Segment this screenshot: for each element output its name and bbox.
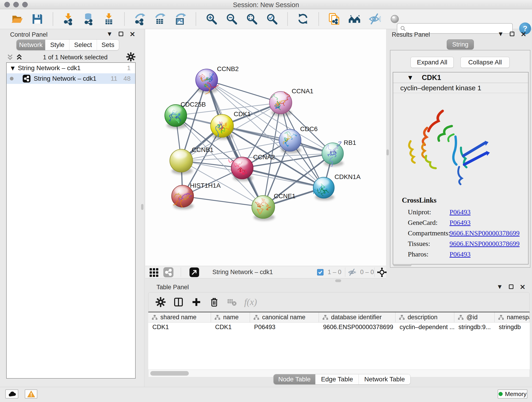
edge-CCNA1-CCNB2[interactable] <box>207 80 281 103</box>
tab-select[interactable]: Select <box>70 40 97 50</box>
network-options-gear-icon[interactable] <box>126 52 136 63</box>
toolbar-separator <box>53 12 53 26</box>
table-options-gear-icon[interactable] <box>155 296 166 308</box>
network-node-CDC25B[interactable] <box>165 104 187 129</box>
column-header-name[interactable]: name <box>211 313 250 322</box>
network-canvas[interactable]: CCNB2CCNA1CDC25BCDK1CDC6RB1CCNB1CCNA2CDK… <box>145 29 386 266</box>
panel-float-icon[interactable] <box>509 31 515 37</box>
table-cell[interactable]: 9606.ENSP00000378699 <box>319 324 395 331</box>
column-label: shared name <box>160 314 196 321</box>
gene-expand-icon[interactable]: ▼ <box>408 75 412 80</box>
network-node-CCNB2[interactable] <box>196 69 219 94</box>
zoom-fit-icon[interactable] <box>245 12 259 26</box>
tab-node-table[interactable]: Node Table <box>273 374 316 384</box>
cloud-status-button[interactable] <box>5 389 18 399</box>
column-header-canonical-name[interactable]: canonical name <box>250 313 319 322</box>
crosslink-label: GeneCard: <box>408 219 450 226</box>
export-image-icon[interactable] <box>174 12 187 26</box>
network-share-icon[interactable] <box>163 266 173 278</box>
table-cell[interactable]: P06493 <box>250 324 319 331</box>
crosslink-label: Pharos: <box>408 250 450 258</box>
column-header-shared-name[interactable]: shared name <box>148 313 211 322</box>
open-session-icon[interactable] <box>11 12 24 26</box>
memory-status-dot <box>499 392 503 396</box>
save-session-icon[interactable] <box>31 12 44 26</box>
table-cell[interactable]: stringdb <box>495 324 530 331</box>
network-node-RB1[interactable] <box>322 142 343 166</box>
network-node-CCNB1[interactable] <box>170 149 193 174</box>
crosslink-link-genecard[interactable]: P06493 <box>450 219 471 226</box>
tab-edge-table[interactable]: Edge Table <box>316 374 359 384</box>
table-cell[interactable]: cyclin–dependent ... <box>395 324 454 331</box>
column-header-@id[interactable]: @id <box>454 313 495 322</box>
collapse-all-chevron-icon[interactable] <box>6 53 14 61</box>
column-header-description[interactable]: description <box>395 313 454 322</box>
first-neighbors-icon[interactable] <box>348 12 361 26</box>
table-cell[interactable]: CDK1 <box>148 324 211 331</box>
column-header-namespace[interactable]: namespace <box>495 313 530 322</box>
right-split-handle[interactable] <box>386 149 389 155</box>
network-node-CCNA1[interactable] <box>269 91 292 116</box>
expand-all-chevron-icon[interactable] <box>15 53 23 61</box>
tab-network[interactable]: Network <box>17 40 45 50</box>
column-header-database-identifier[interactable]: database identifier <box>319 313 395 322</box>
clone-network-icon[interactable] <box>328 12 341 26</box>
crosslink-link-uniprot[interactable]: P06493 <box>450 208 471 216</box>
memory-button[interactable]: Memory <box>498 389 527 399</box>
table-cell[interactable]: CDK1 <box>211 324 250 331</box>
tab-network-table[interactable]: Network Table <box>359 374 410 384</box>
tab-sets[interactable]: Sets <box>97 40 119 50</box>
crosslink-link-tissues[interactable]: 9606.ENSP00000378699 <box>450 240 520 248</box>
edge-CCNE1-HIST1H1A[interactable] <box>183 196 263 207</box>
warning-status-button[interactable] <box>25 389 37 399</box>
network-node-CDKN1A[interactable] <box>313 177 334 200</box>
hide-selected-eye-icon[interactable] <box>368 12 381 26</box>
scrollbar-thumb[interactable] <box>150 371 189 376</box>
results-scrollbar-thumb[interactable] <box>393 264 412 266</box>
crosslink-link-pharos[interactable]: P06493 <box>450 250 471 258</box>
tree-expand-icon[interactable]: ▼ <box>11 65 15 71</box>
panel-close-icon[interactable]: × <box>519 283 526 290</box>
node-label-CDK1: CDK1 <box>234 110 251 118</box>
selected-checkbox-icon[interactable] <box>317 266 323 278</box>
hidden-eye-slash-icon[interactable] <box>348 266 356 278</box>
show-columns-icon[interactable] <box>173 296 184 308</box>
network-node-CCNE1[interactable] <box>252 196 275 221</box>
export-table-icon[interactable] <box>153 12 167 26</box>
gene-header[interactable]: ▼ CDK1 <box>393 72 528 83</box>
fit-content-crosshair-icon[interactable] <box>377 266 387 278</box>
delete-column-trash-icon[interactable] <box>209 296 220 308</box>
network-node-CDK1[interactable] <box>210 114 234 140</box>
tab-style[interactable]: Style <box>45 40 70 50</box>
bottom-split-handle[interactable] <box>335 279 341 282</box>
panel-close-icon[interactable]: × <box>129 31 136 37</box>
panel-float-icon[interactable] <box>118 31 124 37</box>
add-column-icon[interactable] <box>191 296 202 308</box>
import-table-icon[interactable] <box>102 12 115 26</box>
birds-eye-view-icon[interactable] <box>190 266 199 278</box>
network-node-CDC6[interactable] <box>279 129 301 153</box>
import-network-icon[interactable] <box>62 12 75 26</box>
crosslink-link-compartments[interactable]: 9606.ENSP00000378699 <box>450 229 520 237</box>
tab-string[interactable]: String <box>447 39 474 50</box>
panel-close-icon[interactable]: × <box>520 31 527 37</box>
import-network-database-icon[interactable] <box>82 12 95 26</box>
grid-view-icon[interactable] <box>149 266 159 278</box>
panel-menu-icon[interactable]: ▼ <box>497 31 504 37</box>
table-row[interactable]: CDK1CDK1P064939606.ENSP00000378699cyclin… <box>148 322 530 332</box>
table-cell[interactable]: stringdb:9... <box>454 324 495 331</box>
zoom-selected-icon[interactable] <box>265 12 279 26</box>
left-split-handle[interactable] <box>141 204 143 210</box>
panel-menu-icon[interactable]: ▼ <box>106 31 113 37</box>
refresh-icon[interactable] <box>297 12 310 26</box>
network-row-selected[interactable]: String Network – cdk1 11 48 <box>7 73 135 84</box>
collapse-all-button[interactable]: Collapse All <box>461 57 510 68</box>
expand-all-button[interactable]: Expand All <box>411 57 454 68</box>
network-collection-row[interactable]: ▼ String Network – cdk1 1 <box>7 63 135 73</box>
warning-icon <box>27 390 35 397</box>
export-network-icon[interactable] <box>133 12 147 26</box>
panel-menu-icon[interactable]: ▼ <box>496 283 503 290</box>
zoom-in-icon[interactable] <box>205 12 218 26</box>
zoom-out-icon[interactable] <box>225 12 238 26</box>
panel-float-icon[interactable] <box>508 283 515 290</box>
